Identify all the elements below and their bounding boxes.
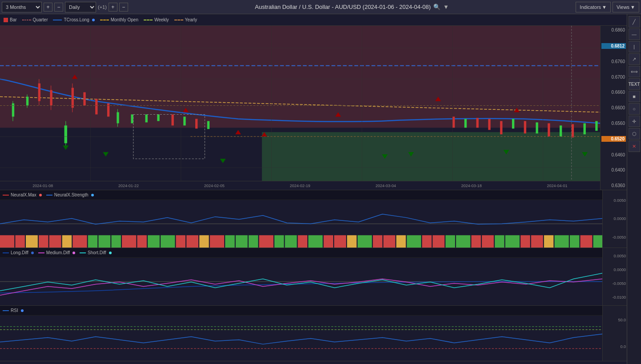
text-btn[interactable]: TEXT [629,78,640,90]
svg-rect-119 [593,235,602,248]
legend-quarter-item: Quarter [22,17,48,22]
svg-rect-78 [88,235,97,248]
period-minus-btn[interactable]: − [54,3,63,12]
svg-rect-106 [433,235,445,248]
chart-title: Australian Dollar / U.S. Dollar - AUD/US… [255,4,431,10]
svg-rect-50 [524,121,526,133]
rsi-label: RSI [11,308,18,313]
svg-rect-111 [495,235,504,248]
measure-btn[interactable]: ⟺ [629,66,640,77]
delete-tool-btn[interactable]: ✕ [629,140,640,152]
svg-rect-102 [383,235,395,248]
neuralx-strength-dot [91,194,94,196]
diff-y-0: 0.0050 [604,254,626,258]
tcross-dot [92,19,95,21]
svg-rect-81 [122,235,136,248]
svg-rect-97 [324,235,333,248]
diff-legend: Long.Diff Medium.Diff Short.Diff [0,248,627,258]
svg-rect-1 [262,132,600,181]
svg-rect-55 [584,123,586,134]
short-diff-dot [109,252,112,254]
price-0636: 0.6360 [601,183,626,188]
svg-rect-115 [544,235,553,248]
price-0670: 0.6700 [601,75,626,80]
svg-rect-92 [259,235,273,248]
yearly-line [174,20,183,20]
views-btn[interactable]: Views ▼ [613,2,639,12]
dropdown-icon[interactable]: ▼ [443,4,449,10]
diff-panel: Long.Diff Medium.Diff Short.Diff [0,248,627,306]
svg-rect-113 [520,235,530,248]
circle-btn[interactable]: ○ [629,103,640,115]
views-dropdown-icon: ▼ [630,4,635,10]
svg-rect-54 [572,124,574,137]
svg-rect-56 [595,121,597,131]
svg-rect-108 [456,235,470,248]
svg-rect-98 [334,235,346,248]
neuralx-max-line [3,195,9,196]
search-icon[interactable]: 🔍 [433,4,440,10]
svg-rect-79 [98,235,110,248]
crosshair-btn[interactable]: ✛ [629,116,640,127]
period-plus-btn[interactable]: + [44,3,52,12]
arrow-btn[interactable]: ↗ [629,53,640,65]
rectangle-btn[interactable]: ■ [629,91,640,102]
neuralx-y-2: -0.0050 [604,235,626,240]
right-tools-panel: ╱ — | ↗ ⟺ TEXT ■ ○ ✛ ⬡ ✕ [627,14,641,364]
tcross-label: TCross.Long [64,17,89,22]
date-2: 2024-02-05 [204,184,225,188]
rsi-y-1: 0.0 [604,344,626,349]
date-4: 2024-03-04 [375,184,396,188]
svg-rect-88 [210,235,224,248]
weekly-line [144,20,153,20]
period-select[interactable]: 3 Months 1 Month 6 Months 1 Year [2,2,42,12]
weekly-label: Weekly [154,17,169,22]
neuralx-y-1: 0.0000 [604,216,626,221]
rsi-dot [21,309,24,312]
rsi-item: RSI [3,308,24,313]
horizontal-line-btn[interactable]: — [629,28,640,40]
price-0646: 0.6460 [601,152,626,157]
svg-rect-118 [581,235,593,248]
long-diff-label: Long.Diff [11,250,28,255]
quarter-line [22,20,31,20]
quarter-label: Quarter [33,17,48,22]
legend-tcross-item: TCross.Long [53,17,94,22]
svg-rect-73 [26,235,38,248]
svg-rect-89 [225,235,234,248]
svg-rect-74 [39,235,48,248]
rsi-axis: 50.0 0.0 [602,306,627,361]
indicators-btn[interactable]: Indicators ▼ [576,2,611,12]
price-chart: 0.6860 0.6812 0.6760 0.6700 0.6660 0.660… [0,26,627,190]
legend-monthly-item: Monthly Open [100,17,138,22]
diff-y-1: 0.0000 [604,268,626,272]
neuralx-max-label: NeuralX.Max [11,192,36,197]
rsi-svg [0,316,602,361]
medium-diff-line [38,252,44,253]
svg-rect-82 [137,235,146,248]
vertical-line-btn[interactable]: | [629,41,640,52]
rsi-legend: RSI ▼ ✕ [0,306,627,316]
neuralx-panel: NeuralX.Max NeuralX.Strength ▼ ✕ [0,190,627,248]
svg-rect-91 [249,235,258,248]
svg-rect-109 [472,235,481,248]
svg-rect-85 [176,235,185,248]
timeframe-select[interactable]: Daily 1 Hour Weekly [65,2,96,12]
svg-rect-117 [570,235,579,248]
inc-minus-btn[interactable]: − [119,3,128,12]
svg-rect-86 [186,235,198,248]
inc-plus-btn[interactable]: + [109,3,117,12]
draw-line-btn[interactable]: ╱ [629,16,640,28]
svg-rect-23 [83,92,85,106]
svg-marker-32 [235,130,241,134]
svg-rect-90 [236,235,248,248]
polyline-btn[interactable]: ⬡ [629,128,640,140]
svg-rect-75 [49,235,61,248]
svg-rect-110 [482,235,494,248]
date-5: 2024-03-18 [461,184,482,188]
rsi-line [3,310,9,311]
svg-rect-25 [107,104,109,117]
short-diff-label: Short.Diff [88,250,106,255]
svg-rect-26 [171,114,173,125]
svg-rect-76 [62,235,72,248]
